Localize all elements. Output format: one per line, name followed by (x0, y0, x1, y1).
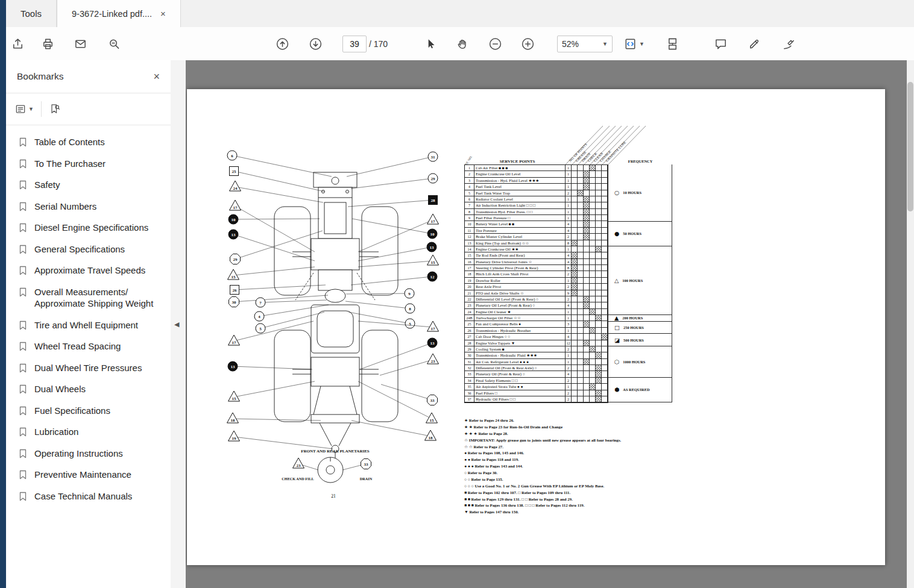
tab-document[interactable]: 9-3672-Linked pdf.... × (57, 0, 181, 28)
table-row: 1Cab Air Filter ■ ■ ■1 (465, 165, 608, 171)
footnote-line: ● Refer to Pages 108, 145 and 146. (464, 450, 682, 457)
highlight-button[interactable] (748, 37, 761, 51)
bookmark-search-icon (49, 103, 61, 115)
save-icon (11, 37, 25, 51)
bookmarks-close-button[interactable]: × (153, 70, 160, 83)
svg-text:SERVICE POINTS: SERVICE POINTS (500, 159, 535, 164)
scrollbar-thumb[interactable] (907, 82, 913, 211)
bookmark-item[interactable]: Wheel Tread Spacing (6, 336, 171, 357)
comment-button[interactable] (714, 37, 728, 51)
pdf-viewport[interactable]: FRONT AND REAR PLANETARIES CHECK AND FIL… (186, 60, 914, 588)
callout-marker: 29 (230, 254, 241, 264)
tab-tools-label: Tools (20, 8, 42, 19)
find-bookmark-button[interactable] (49, 103, 61, 115)
find-button[interactable] (107, 37, 121, 51)
table-row: 28Engine Valve Tappets ▼12 (465, 340, 608, 346)
callout-marker: 28 (429, 196, 438, 205)
bookmark-item[interactable]: Dual Wheels (6, 378, 171, 400)
tab-tools[interactable]: Tools (6, 0, 57, 27)
table-row: 9Fuel Filter Pressure □1 (465, 215, 608, 221)
bookmark-item[interactable]: Table of Contents (6, 131, 171, 153)
bookmark-item[interactable]: Safety (6, 174, 171, 196)
table-row: 16Planetary Drive Universal Joints ☆4 (465, 259, 608, 265)
collapse-panel-button[interactable]: ◀ (174, 321, 179, 328)
divider (41, 101, 42, 117)
bookmark-icon (18, 159, 28, 169)
callout-marker: 15 (228, 269, 239, 280)
callout-marker: 23 (293, 458, 304, 468)
table-row: 12Brake Master Cylinder Level2 (465, 234, 608, 240)
frequency-icon: ○ (614, 190, 619, 196)
bookmark-item[interactable]: Fuel Specifications (6, 400, 171, 422)
next-page-button[interactable] (309, 37, 323, 51)
bookmark-item[interactable]: Diesel Engine Specifications (6, 217, 171, 239)
zoom-level-dropdown[interactable]: 52%▼ (557, 36, 613, 52)
bookmark-item[interactable]: Dual Wheel Tire Pressures (6, 357, 171, 379)
vertical-scrollbar[interactable] (907, 60, 914, 588)
callout-marker: 10 (427, 229, 437, 239)
bookmark-item[interactable]: To The Purchaser (6, 153, 171, 175)
frequency-column: ○10 HOURS●50 HOURS△100 HOURS▲200 HOURS□2… (608, 164, 672, 402)
bookmark-icon (18, 342, 28, 351)
tab-document-label: 9-3672-Linked pdf.... (72, 9, 152, 19)
fit-width-button[interactable]: ▼ (623, 37, 645, 51)
bookmark-icon (18, 223, 28, 233)
table-row: 8Transmission Hyd. Filter Press. □ □1 (465, 209, 608, 215)
callout-marker: 17 (427, 321, 439, 331)
bookmark-item[interactable]: Operating Instructions (6, 443, 171, 464)
tractor-diagram-svg: FRONT AND REAR PLANETARIES CHECK AND FIL… (223, 149, 449, 502)
bookmark-item[interactable]: Preventive Maintenance (6, 464, 171, 486)
svg-text:9: 9 (408, 292, 411, 296)
bookmark-icon (18, 470, 28, 480)
zoom-in-button[interactable] (521, 37, 535, 51)
bookmark-item-label: To The Purchaser (34, 158, 106, 170)
chevron-down-icon: ▼ (28, 106, 34, 112)
frequency-icon: ▲ (614, 315, 619, 321)
bookmark-item[interactable]: Overall Measurements/ Approximate Shippi… (6, 281, 171, 314)
chevron-down-icon: ▼ (602, 41, 608, 47)
zoom-out-button[interactable] (488, 37, 502, 51)
bookmark-item-label: Wheel Tread Spacing (34, 340, 121, 352)
window-edge-bar (0, 0, 6, 588)
sign-button[interactable] (782, 37, 796, 51)
email-button[interactable] (74, 37, 87, 51)
select-tool-button[interactable] (423, 37, 437, 51)
bookmark-item[interactable]: Case Technical Manuals (6, 486, 171, 507)
print-button[interactable] (41, 37, 55, 51)
frequency-group: △100 HOURS (608, 246, 672, 314)
bookmark-item[interactable]: Approximate Travel Speeds (6, 260, 171, 281)
table-row: 3Transmission - Hyd. Fluid Level ★★★1 (465, 178, 608, 184)
callout-marker: 24 (230, 181, 241, 191)
options-menu-icon (14, 103, 27, 115)
pencil-icon (748, 37, 761, 51)
table-row: 23Planetary Oil Level (Front & Rear) ○4 (465, 302, 608, 308)
svg-text:24: 24 (233, 186, 238, 191)
tab-close-icon[interactable]: × (160, 9, 166, 18)
previous-page-button[interactable] (276, 37, 289, 51)
tractor-diagram: FRONT AND REAR PLANETARIES CHECK AND FIL… (223, 149, 449, 502)
svg-text:12: 12 (430, 275, 435, 280)
bookmark-item-label: Table of Contents (34, 136, 105, 148)
bookmark-item[interactable]: Serial Numbers (6, 196, 171, 217)
table-row: 19Drawbar Roller1 (465, 278, 608, 284)
footnote-line: ○ Refer to Page 30. (464, 470, 682, 477)
svg-text:10: 10 (232, 217, 236, 222)
table-row: 33Planetary Oil (Front & Rear) ○4 (465, 371, 608, 377)
footnote-line: ○ ○ Refer to Page 135. (464, 477, 682, 483)
svg-text:5: 5 (259, 327, 262, 331)
callout-marker: 17 (427, 214, 439, 224)
articulation-joint (325, 289, 345, 302)
main-toolbar: / 170 52%▼ ▼ (6, 27, 914, 61)
page-display-button[interactable] (666, 37, 679, 51)
bookmark-item[interactable]: Lubrication (6, 421, 171, 443)
printer-icon (41, 37, 55, 51)
bookmark-item[interactable]: General Specifications (6, 239, 171, 260)
bookmarks-options-button[interactable]: ▼ (14, 103, 34, 115)
frequency-icon: ⬡ (614, 359, 619, 365)
bookmark-item[interactable]: Tire and Whell Equipment (6, 314, 171, 336)
hand-tool-button[interactable] (455, 37, 469, 51)
svg-text:13: 13 (231, 364, 236, 369)
page-number-input[interactable] (342, 36, 367, 52)
save-button[interactable] (11, 37, 25, 51)
table-row: 14Engine Crankcase Oil ★★1 (465, 246, 608, 252)
